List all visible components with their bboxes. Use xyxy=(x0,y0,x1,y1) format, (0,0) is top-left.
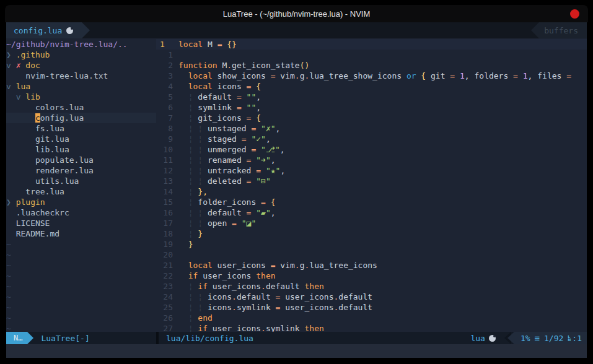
powerline-arrow-icon xyxy=(82,22,90,38)
code-line[interactable]: 23 ¦ if user_icons.default then xyxy=(156,281,587,292)
line-number: 2 xyxy=(156,60,178,71)
tree-row[interactable]: ~ xyxy=(6,292,156,302)
token: staged xyxy=(208,134,242,144)
token: local xyxy=(188,261,213,270)
token: } xyxy=(188,240,193,249)
token: onfig.lua xyxy=(40,113,84,123)
tree-row[interactable]: ~ xyxy=(6,260,156,271)
code-line[interactable]: 22 if user_icons then xyxy=(156,271,587,281)
tree-row[interactable]: populate.lua xyxy=(6,155,156,165)
tree-row[interactable]: fs.lua xyxy=(6,123,156,134)
tree-row[interactable]: utils.lua xyxy=(6,176,156,186)
code-text: local icons = { xyxy=(178,81,261,92)
token: ¦ ¦ xyxy=(178,208,208,217)
code-line[interactable]: 2function M.get_icon_state() xyxy=(156,60,587,71)
tree-row[interactable]: ~ xyxy=(6,239,156,249)
token: if xyxy=(198,282,208,291)
code-line[interactable]: 18 ¦ } xyxy=(156,228,587,239)
code-text: ¦ } xyxy=(178,228,203,239)
code-text: ¦ end xyxy=(178,313,213,323)
lines-icon: ≡ xyxy=(535,333,540,343)
code-text: ¦ ¦ renamed = "➜", xyxy=(178,155,276,165)
code-line[interactable]: 3 local show_icons = vim.g.lua_tree_show… xyxy=(156,71,587,81)
token: open xyxy=(208,219,232,228)
code-line[interactable]: 5 ¦ default = "", xyxy=(156,92,587,102)
tree-row[interactable]: ~ xyxy=(6,302,156,313)
tree-row[interactable]: config.lua xyxy=(6,113,156,123)
code-line[interactable]: 25 ¦ ¦ icons.symlink = user_icons.defaul… xyxy=(156,302,587,313)
tree-row[interactable]: ~ xyxy=(6,323,156,332)
tree-row[interactable]: tree.lua xyxy=(6,186,156,197)
tree-row[interactable]: v lib xyxy=(6,92,156,102)
tree-row[interactable]: ~/github/nvim-tree.lua/.. xyxy=(6,39,156,50)
token: then xyxy=(305,282,324,291)
code-line[interactable]: 20 xyxy=(156,249,587,260)
code-line[interactable]: 6 ¦ symlink = "", xyxy=(156,102,587,113)
token: , xyxy=(280,145,285,154)
token: ¦ xyxy=(178,197,198,207)
token: user_icons xyxy=(213,261,271,270)
token xyxy=(571,71,576,80)
tree-row[interactable]: v lua xyxy=(6,81,156,92)
tree-row[interactable]: LICENSE xyxy=(6,218,156,228)
code-line[interactable]: 10 ¦ ¦ unmerged = "⎇", xyxy=(156,144,587,155)
code-text: local show_icons = vim.g.lua_tree_show_i… xyxy=(178,71,576,81)
code-line[interactable]: 9 ¦ ¦ staged = "✓", xyxy=(156,134,587,144)
tree-row[interactable]: README.md xyxy=(6,228,156,239)
code-line[interactable]: 16 ¦ ¦ default = "▰", xyxy=(156,207,587,218)
tree-row[interactable]: colors.lua xyxy=(6,102,156,113)
token: "✓" xyxy=(247,134,266,144)
tree-row[interactable]: .luacheckrc xyxy=(6,207,156,218)
token: "⊟" xyxy=(251,176,270,186)
line-number: 20 xyxy=(156,249,178,260)
code-line[interactable]: 17 ¦ ¦ open = "◪" xyxy=(156,218,587,228)
code-line[interactable]: 27 ¦ if user_icons.symlink then xyxy=(156,323,587,332)
code-line[interactable]: 11 ¦ ¦ renamed = "➜", xyxy=(156,155,587,165)
code-line[interactable]: 26 ¦ end xyxy=(156,313,587,323)
token: lua_tree_icons xyxy=(309,261,377,270)
command-line[interactable] xyxy=(6,344,587,358)
tree-row[interactable]: ❯ .github xyxy=(6,50,156,60)
token: "▰" xyxy=(251,208,270,217)
tree-row[interactable]: lib.lua xyxy=(6,144,156,155)
code-line[interactable]: 7 ¦ git_icons = { xyxy=(156,113,587,123)
tree-row[interactable]: ~ xyxy=(6,281,156,292)
tree-row[interactable]: ❯ plugin xyxy=(6,197,156,207)
terminal-window: config.lua buffers ~/github/nvim-tree.lu… xyxy=(6,22,587,358)
code-line[interactable]: 4 local icons = { xyxy=(156,81,587,92)
code-line[interactable]: 24 ¦ ¦ icons.default = user_icons.defaul… xyxy=(156,292,587,302)
buffer-name-text: LuaTree[-] xyxy=(41,334,89,343)
tree-row[interactable]: nvim-tree-lua.txt xyxy=(6,71,156,81)
code-line[interactable]: 1 xyxy=(156,50,587,60)
powerline-chevron-icon xyxy=(507,332,514,344)
token: function xyxy=(178,61,217,70)
code-text: ¦ folder_icons = { xyxy=(178,197,276,207)
code-line[interactable]: 15 ¦ folder_icons = { xyxy=(156,197,587,207)
buffers-label[interactable]: buffers xyxy=(539,22,587,38)
token: { xyxy=(416,71,426,80)
token: symlink xyxy=(237,303,276,312)
tab-config-lua[interactable]: config.lua xyxy=(6,22,82,38)
line-number: 17 xyxy=(156,218,178,228)
code-line[interactable]: 13 ¦ ¦ deleted = "⊟" xyxy=(156,176,587,186)
tree-row[interactable]: git.lua xyxy=(6,134,156,144)
token: M xyxy=(217,61,227,70)
statusbar: N… LuaTree[-] lua/lib/config.lua lua 1% … xyxy=(6,332,587,344)
token: "" xyxy=(242,103,256,112)
tree-row[interactable]: ~ xyxy=(6,271,156,281)
code-line[interactable]: 1local M = {} xyxy=(156,39,587,50)
code-text: if user_icons then xyxy=(178,271,276,281)
code-line[interactable]: 14 ¦ }, xyxy=(156,186,587,197)
close-button[interactable] xyxy=(570,9,579,19)
code-line[interactable]: 19 } xyxy=(156,239,587,249)
code-line[interactable]: 12 ¦ ¦ untracked = "★", xyxy=(156,165,587,176)
code-line[interactable]: 21 local user_icons = vim.g.lua_tree_ico… xyxy=(156,260,587,271)
main-split: ~/github/nvim-tree.lua/..❯ .githubv ✗ do… xyxy=(6,38,587,332)
line-number-icon: LN xyxy=(568,335,571,341)
tree-row[interactable]: v ✗ doc xyxy=(6,60,156,71)
window-titlebar[interactable]: LuaTree - (~/github/nvim-tree.lua) - NVI… xyxy=(5,5,588,22)
tree-row[interactable]: renderer.lua xyxy=(6,165,156,176)
tree-row[interactable]: ~ xyxy=(6,249,156,260)
code-line[interactable]: 8 ¦ ¦ unstaged = "✗", xyxy=(156,123,587,134)
tree-row[interactable]: ~ xyxy=(6,313,156,323)
